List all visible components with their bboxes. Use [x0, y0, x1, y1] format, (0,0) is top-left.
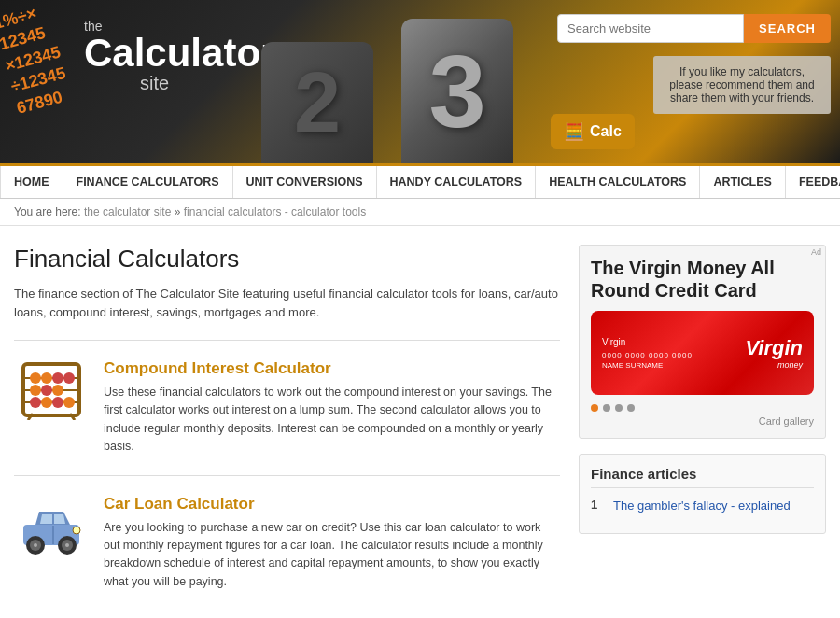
card-dot-3 [615, 404, 623, 412]
search-button[interactable]: SEARCH [744, 14, 831, 43]
search-input[interactable] [557, 14, 744, 43]
calculator-item-car-loan: Car Loan Calculator Are you looking to p… [14, 495, 560, 611]
recommend-box: If you like my calculators, please recom… [653, 56, 831, 114]
nav-link-articles[interactable]: ARTICLES [700, 166, 786, 198]
breadcrumb-arrow: » [175, 205, 184, 218]
nav-item-feedback: FEEDBACK [786, 166, 840, 198]
page-intro: The finance section of The Calculator Si… [14, 285, 560, 321]
main-container: Financial Calculators The finance sectio… [0, 226, 840, 618]
logo-site-text: site [140, 73, 275, 94]
card-dot-1 [591, 404, 598, 412]
virgin-money-card: Virgin 0000 0000 0000 0000 NAME SURNAME … [591, 311, 814, 395]
search-area: SEARCH [557, 14, 831, 43]
svg-point-12 [41, 397, 52, 408]
card-gallery-label: Card gallery [591, 415, 814, 427]
nav-item-unit-conversions: UNIT CONVERSIONS [233, 166, 377, 198]
svg-point-14 [63, 397, 75, 408]
calculator-symbol: 🧮 [564, 121, 584, 142]
article-number: 1 [591, 498, 606, 512]
ad-box: Ad The Virgin Money All Round Credit Car… [579, 245, 826, 439]
calc-icon-box: 🧮 Calc [551, 114, 635, 149]
card-dot-2 [603, 404, 610, 412]
compound-interest-desc: Use these financial calculators to work … [104, 384, 560, 456]
ad-label: Ad [811, 247, 821, 257]
nav-item-handy-calculators: HANDY CALCULATORS [377, 166, 537, 198]
nav-link-health-calculators[interactable]: HEALTH CALCULATORS [536, 166, 700, 198]
article-link[interactable]: The gambler's fallacy - explained [613, 498, 791, 514]
calculator-item-compound: Compound Interest Calculator Use these f… [14, 359, 560, 476]
svg-point-5 [41, 372, 52, 384]
svg-point-20 [34, 543, 37, 547]
key-2-decoration: 2 [261, 42, 373, 163]
nav-item-home: HOME [0, 166, 63, 198]
car-loan-title[interactable]: Car Loan Calculator [104, 495, 560, 513]
section-divider [14, 340, 560, 341]
breadcrumb-link-home[interactable]: the calculator site [84, 205, 171, 218]
compound-interest-content: Compound Interest Calculator Use these f… [104, 359, 560, 456]
logo-calculator-text: Calculator [84, 34, 275, 73]
nav-link-handy-calculators[interactable]: HANDY CALCULATORS [377, 166, 537, 198]
site-header: 1%÷×12345×12345÷1234567890 the Calculato… [0, 0, 840, 163]
sidebar: Ad The Virgin Money All Round Credit Car… [579, 245, 826, 618]
car-loan-desc: Are you looking to purchase a new car on… [104, 519, 560, 592]
car-icon [14, 495, 89, 592]
svg-point-13 [52, 397, 63, 408]
nav-item-articles: ARTICLES [700, 166, 786, 198]
svg-point-4 [30, 372, 41, 384]
breadcrumb-prefix: You are here: [14, 205, 81, 218]
nav-link-finance-calculators[interactable]: FINANCE CALCULATORS [63, 166, 233, 198]
svg-point-10 [52, 385, 63, 396]
nav-link-feedback[interactable]: FEEDBACK [786, 166, 840, 198]
virgin-logo: Virgin [745, 336, 803, 360]
page-title: Financial Calculators [14, 245, 560, 274]
abacus-svg [19, 359, 84, 420]
svg-point-7 [63, 372, 75, 384]
breadcrumb-link-current[interactable]: financial calculators - calculator tools [184, 205, 366, 218]
content-area: Financial Calculators The finance sectio… [14, 245, 560, 618]
svg-point-6 [52, 372, 63, 384]
card-dots [591, 400, 814, 415]
nav-link-unit-conversions[interactable]: UNIT CONVERSIONS [233, 166, 377, 198]
article-item: 1 The gambler's fallacy - explained [591, 498, 814, 514]
nav-item-health-calculators: HEALTH CALCULATORS [536, 166, 700, 198]
compound-icon [14, 359, 89, 456]
svg-point-8 [30, 385, 41, 396]
card-dot-4 [627, 404, 635, 412]
key-3-decoration: 3 [401, 19, 513, 163]
breadcrumb: You are here: the calculator site » fina… [0, 199, 840, 226]
main-navigation: HOMEFINANCE CALCULATORSUNIT CONVERSIONSH… [0, 163, 840, 199]
compound-interest-title[interactable]: Compound Interest Calculator [104, 359, 560, 378]
svg-point-24 [73, 527, 80, 534]
nav-item-finance-calculators: FINANCE CALCULATORS [63, 166, 233, 198]
ad-title: The Virgin Money All Round Credit Card [591, 257, 814, 302]
finance-articles-title: Finance articles [591, 466, 814, 488]
svg-point-9 [41, 385, 52, 396]
svg-point-23 [65, 543, 69, 547]
articles-list: 1 The gambler's fallacy - explained [591, 498, 814, 514]
nav-link-home[interactable]: HOME [0, 166, 63, 198]
calc-label: Calc [590, 123, 622, 140]
svg-point-11 [30, 397, 41, 408]
car-svg [19, 495, 84, 555]
car-loan-content: Car Loan Calculator Are you looking to p… [104, 495, 560, 592]
recommend-text: If you like my calculators, please recom… [669, 65, 814, 105]
finance-articles: Finance articles 1 The gambler's fallacy… [579, 454, 826, 534]
site-logo[interactable]: the Calculator site [84, 19, 275, 94]
